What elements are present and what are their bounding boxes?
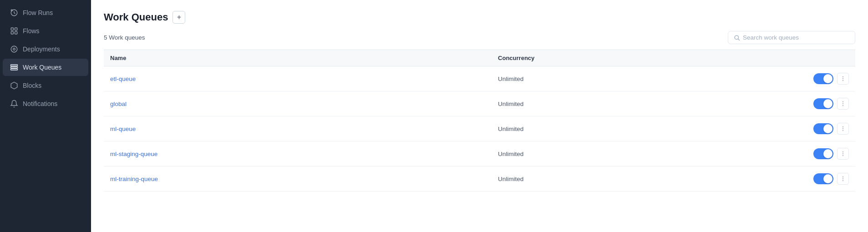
sidebar-label-work-queues: Work Queues xyxy=(23,64,61,71)
sidebar-label-notifications: Notifications xyxy=(23,100,57,107)
table-wrap: Name Concurrency etl-queueUnlimitedgloba… xyxy=(91,50,868,232)
svg-point-25 xyxy=(843,177,843,177)
svg-rect-10 xyxy=(11,69,18,70)
queue-link-2[interactable]: ml-queue xyxy=(110,126,136,132)
work-queues-icon xyxy=(10,63,18,71)
sidebar: Flow RunsFlowsDeploymentsWork QueuesBloc… xyxy=(0,0,91,232)
table-row: ml-queueUnlimited xyxy=(104,116,855,141)
sidebar-item-blocks[interactable]: Blocks xyxy=(3,77,88,94)
toggle-0[interactable] xyxy=(813,73,833,84)
queue-name-cell-2: ml-queue xyxy=(104,116,492,141)
more-button-2[interactable] xyxy=(837,123,849,135)
flows-icon xyxy=(10,27,18,35)
svg-point-20 xyxy=(843,128,843,129)
actions-cell-0 xyxy=(807,66,855,91)
main-content: Work Queues + 5 Work queues Name Concurr… xyxy=(91,0,868,232)
table-row: ml-training-queueUnlimited xyxy=(104,166,855,192)
sidebar-label-flows: Flows xyxy=(23,27,40,35)
sidebar-item-flow-runs[interactable]: Flow Runs xyxy=(3,4,88,21)
svg-rect-3 xyxy=(15,28,17,30)
queue-name-cell-1: global xyxy=(104,91,492,116)
svg-rect-4 xyxy=(11,32,13,34)
svg-point-6 xyxy=(11,46,17,52)
blocks-icon xyxy=(10,81,18,90)
toggle-2[interactable] xyxy=(813,123,833,134)
col-name: Name xyxy=(104,50,492,66)
svg-point-24 xyxy=(843,155,843,156)
svg-point-15 xyxy=(843,80,843,81)
toggle-3[interactable] xyxy=(813,148,833,159)
search-box xyxy=(728,31,855,44)
svg-point-7 xyxy=(13,48,15,50)
sidebar-item-flows[interactable]: Flows xyxy=(3,22,88,40)
search-icon xyxy=(734,35,740,41)
actions-cell-4 xyxy=(807,166,855,192)
svg-rect-2 xyxy=(11,28,13,30)
col-concurrency: Concurrency xyxy=(492,50,807,66)
table-body: etl-queueUnlimitedglobalUnlimitedml-queu… xyxy=(104,66,855,192)
queue-link-1[interactable]: global xyxy=(110,101,127,107)
actions-cell-1 xyxy=(807,91,855,116)
svg-point-13 xyxy=(843,76,843,77)
sidebar-item-notifications[interactable]: Notifications xyxy=(3,95,88,112)
work-queues-table: Name Concurrency etl-queueUnlimitedgloba… xyxy=(104,50,855,192)
sidebar-label-blocks: Blocks xyxy=(23,82,41,89)
queue-link-0[interactable]: etl-queue xyxy=(110,76,136,82)
queue-count: 5 Work queues xyxy=(104,34,145,41)
sidebar-label-flow-runs: Flow Runs xyxy=(23,9,53,16)
concurrency-cell-1: Unlimited xyxy=(492,91,807,116)
table-header: Name Concurrency xyxy=(104,50,855,66)
search-input[interactable] xyxy=(743,34,849,41)
concurrency-cell-4: Unlimited xyxy=(492,166,807,192)
svg-rect-8 xyxy=(11,65,18,66)
svg-point-16 xyxy=(843,101,843,102)
concurrency-cell-3: Unlimited xyxy=(492,141,807,166)
queue-name-cell-3: ml-staging-queue xyxy=(104,141,492,166)
svg-point-21 xyxy=(843,130,843,131)
toggle-4[interactable] xyxy=(813,173,833,184)
subheader: 5 Work queues xyxy=(91,29,868,50)
concurrency-cell-0: Unlimited xyxy=(492,66,807,91)
actions-cell-3 xyxy=(807,141,855,166)
queue-link-4[interactable]: ml-training-queue xyxy=(110,176,158,182)
concurrency-cell-2: Unlimited xyxy=(492,116,807,141)
notifications-icon xyxy=(10,100,18,108)
more-button-1[interactable] xyxy=(837,98,849,110)
queue-link-3[interactable]: ml-staging-queue xyxy=(110,151,157,157)
sidebar-item-work-queues[interactable]: Work Queues xyxy=(3,59,88,76)
table-row: etl-queueUnlimited xyxy=(104,66,855,91)
queue-name-cell-0: etl-queue xyxy=(104,66,492,91)
table-row: ml-staging-queueUnlimited xyxy=(104,141,855,166)
svg-rect-5 xyxy=(15,32,17,34)
more-button-0[interactable] xyxy=(837,73,849,85)
svg-point-22 xyxy=(843,151,843,152)
page-title: Work Queues xyxy=(104,11,168,23)
queue-name-cell-4: ml-training-queue xyxy=(104,166,492,192)
deployments-icon xyxy=(10,45,18,53)
svg-rect-9 xyxy=(11,67,18,68)
svg-point-18 xyxy=(843,105,843,106)
sidebar-label-deployments: Deployments xyxy=(23,45,60,53)
svg-line-12 xyxy=(738,39,739,40)
svg-point-23 xyxy=(843,153,843,154)
more-button-3[interactable] xyxy=(837,148,849,160)
svg-point-27 xyxy=(843,180,843,181)
toggle-1[interactable] xyxy=(813,98,833,109)
table-row: globalUnlimited xyxy=(104,91,855,116)
col-actions xyxy=(807,50,855,66)
svg-point-17 xyxy=(843,103,843,104)
actions-cell-2 xyxy=(807,116,855,141)
svg-point-26 xyxy=(843,178,843,179)
svg-point-19 xyxy=(843,126,843,127)
flow-runs-icon xyxy=(10,9,18,17)
sidebar-item-deployments[interactable]: Deployments xyxy=(3,40,88,58)
more-button-4[interactable] xyxy=(837,173,849,185)
add-work-queue-button[interactable]: + xyxy=(173,11,185,24)
svg-point-14 xyxy=(843,78,843,79)
page-header: Work Queues + xyxy=(91,0,868,29)
